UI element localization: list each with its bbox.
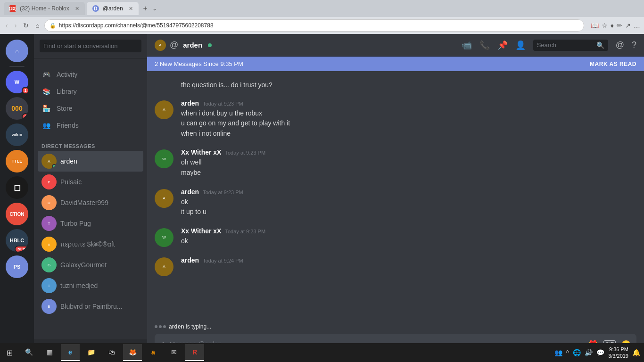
dm-nav-friends[interactable]: 👥 Friends <box>38 117 143 134</box>
home-button[interactable]: ⌂ <box>33 21 41 30</box>
store-icon: 🏪 <box>41 104 51 113</box>
add-friend-button[interactable]: 👤 <box>515 40 526 50</box>
typing-dot-2 <box>159 325 162 328</box>
server-3-icon[interactable]: wikio <box>6 123 28 146</box>
taskbar-roblox-app[interactable]: R <box>185 344 204 361</box>
dm-section-header: DIRECT MESSAGES <box>34 140 147 151</box>
taskbar-explorer-app[interactable]: 📁 <box>82 344 100 361</box>
dm-nav-store[interactable]: 🏪 Store <box>38 100 143 117</box>
server-8-icon[interactable]: PS <box>6 255 28 278</box>
dm-user-turbopug[interactable]: T Turbo Pug <box>38 213 143 234</box>
taskbar-mail-app[interactable]: ✉ <box>165 344 183 361</box>
server-5-icon[interactable]: ◻ <box>6 176 28 199</box>
dm-user-davidmaster-avatar: D <box>41 195 57 210</box>
dm-user-blubvrd-name: Blubvrd or Paintbru... <box>60 303 123 310</box>
wither-message-1-content: Xx Wither xX Today at 9:23 PM oh well ma… <box>181 148 636 178</box>
start-button[interactable]: ⊞ <box>4 347 16 358</box>
typing-text: arden is typing... <box>169 323 211 330</box>
forward-button[interactable]: › <box>13 21 19 30</box>
dm-user-davidmaster[interactable]: D DavidMaster999 <box>38 192 143 213</box>
tray-expand-icon[interactable]: ^ <box>566 349 570 356</box>
dm-user-neptune[interactable]: π περτυπε $k¥©®αft <box>38 234 143 255</box>
browser-menu-button[interactable]: … <box>634 22 640 29</box>
video-call-button[interactable]: 📹 <box>462 40 472 50</box>
dm-nav-section: 🎮 Activity 📚 Library 🏪 Store 👥 Friends <box>34 58 147 136</box>
dm-user-arden[interactable]: A arden <box>38 151 143 172</box>
dm-user-tuzni[interactable]: T tuzni medjed <box>38 275 143 296</box>
taskbar-time-value: 9:36 PM <box>608 346 628 353</box>
server-home-button[interactable]: ⌂ <box>6 40 28 62</box>
dm-user-arden-status <box>52 164 57 169</box>
browser-action-2[interactable]: ✏ <box>617 22 622 29</box>
header-search[interactable]: 🔍 <box>533 40 608 51</box>
new-tab-button[interactable]: + <box>140 4 150 13</box>
address-bar[interactable]: 🔒 https://discordapp.com/channels/@me/55… <box>44 19 584 32</box>
message-group-wither-2: W Xx Wither xX Today at 9:23 PM ok <box>147 225 644 249</box>
friends-label: Friends <box>57 122 79 129</box>
server-6-icon[interactable]: CTION <box>6 203 28 225</box>
taskbar: ⊞ 🔍 ▦ e 📁 🛍 🦊 a ✉ R 👥 ^ 🌐 <box>0 343 644 362</box>
tab-discord-close[interactable]: ✕ <box>129 6 133 12</box>
taskbar-amazon-app[interactable]: a <box>144 344 163 361</box>
browser-action-3[interactable]: ↗ <box>625 22 631 29</box>
server-4-icon[interactable]: TTLE <box>6 150 28 173</box>
tray-people-icon[interactable]: 👥 <box>554 349 562 356</box>
dm-user-galaxy-avatar: G <box>41 257 57 272</box>
server-1-badge: 1 <box>22 87 29 94</box>
browser-action-1[interactable]: ♦ <box>611 22 614 29</box>
tray-message-icon[interactable]: 💬 <box>596 349 604 356</box>
tab-roblox-close[interactable]: ✕ <box>75 6 79 12</box>
dm-nav-library[interactable]: 📚 Library <box>38 83 143 100</box>
wither-message-2-content: Xx Wither xX Today at 9:23 PM ok <box>181 227 636 247</box>
tab-scroll-arrows[interactable]: ⌄ <box>152 5 157 12</box>
taskbar-notification-icon[interactable]: 🔔 <box>632 349 640 356</box>
taskbar-firefox-app[interactable]: 🦊 <box>123 344 142 361</box>
arden-timestamp-2: Today at 9:23 PM <box>203 189 243 195</box>
svg-text:⌂: ⌂ <box>15 48 18 55</box>
tray-network-icon[interactable]: 🌐 <box>573 349 581 356</box>
dm-user-pulsaic-avatar: P <box>41 174 57 189</box>
mention-button[interactable]: @ <box>616 40 624 50</box>
tray-speaker-icon[interactable]: 🔊 <box>585 349 593 356</box>
arden-message-1-text: when i dont buy u the robux u can go on … <box>181 109 636 139</box>
server-2-icon[interactable]: 000 2 <box>6 97 28 120</box>
message-group-continuation: the question is... do i trust you? <box>147 79 644 92</box>
mark-as-read-button[interactable]: MARK AS READ <box>590 61 636 67</box>
dm-user-blubvrd-avatar: B <box>41 299 57 314</box>
activity-icon: 🎮 <box>41 70 51 79</box>
arden-message-1-header: arden Today at 9:23 PM <box>181 99 636 107</box>
refresh-button[interactable]: ↻ <box>21 21 31 30</box>
server-7-icon[interactable]: HBLC NEW <box>6 229 28 252</box>
dm-user-galaxy[interactable]: G GalaxyGourmet <box>38 255 143 275</box>
taskbar-search-app[interactable]: 🔍 <box>19 344 38 361</box>
dm-user-tuzni-name: tuzni medjed <box>60 282 98 289</box>
taskbar-apps: 🔍 ▦ e 📁 🛍 🦊 a ✉ R <box>19 344 204 361</box>
help-button[interactable]: ? <box>632 40 636 50</box>
dm-user-neptune-name: περτυπε $k¥©®αft <box>60 240 115 248</box>
taskbar-store-app[interactable]: 🛍 <box>102 344 121 361</box>
dm-user-pulsaic[interactable]: P Pulsaic <box>38 172 143 192</box>
server-separator <box>9 66 25 67</box>
tab-roblox[interactable]: (32) (32) Home - Roblox ✕ <box>4 2 85 15</box>
header-search-input[interactable] <box>537 41 594 49</box>
dm-search-input[interactable] <box>40 40 141 52</box>
taskbar-task-view[interactable]: ▦ <box>40 344 59 361</box>
lock-icon: 🔒 <box>50 23 56 29</box>
tab-roblox-label: (32) Home - Roblox <box>20 5 69 12</box>
dm-user-turbopug-avatar: T <box>41 216 57 231</box>
voice-call-button[interactable]: 📞 <box>479 40 490 50</box>
server-1-icon[interactable]: W 1 <box>6 71 28 93</box>
reader-view-button[interactable]: 📖 <box>591 22 599 29</box>
arden-author-1: arden <box>181 99 199 107</box>
taskbar-edge-app[interactable]: e <box>61 344 80 361</box>
dm-user-blubvrd[interactable]: B Blubvrd or Paintbru... <box>38 296 143 317</box>
bookmark-button[interactable]: ☆ <box>602 22 608 29</box>
dm-user-arden-name: arden <box>60 157 77 165</box>
recipient-online-dot <box>208 43 212 47</box>
dm-nav-activity[interactable]: 🎮 Activity <box>38 66 143 83</box>
arden-message-3-header: arden Today at 9:24 PM <box>181 256 636 264</box>
tab-discord[interactable]: D @arden ✕ <box>87 2 139 15</box>
new-messages-text: 2 New Messages Since 9:35 PM <box>155 60 243 67</box>
back-button[interactable]: ‹ <box>4 21 10 30</box>
pin-button[interactable]: 📌 <box>497 40 508 50</box>
